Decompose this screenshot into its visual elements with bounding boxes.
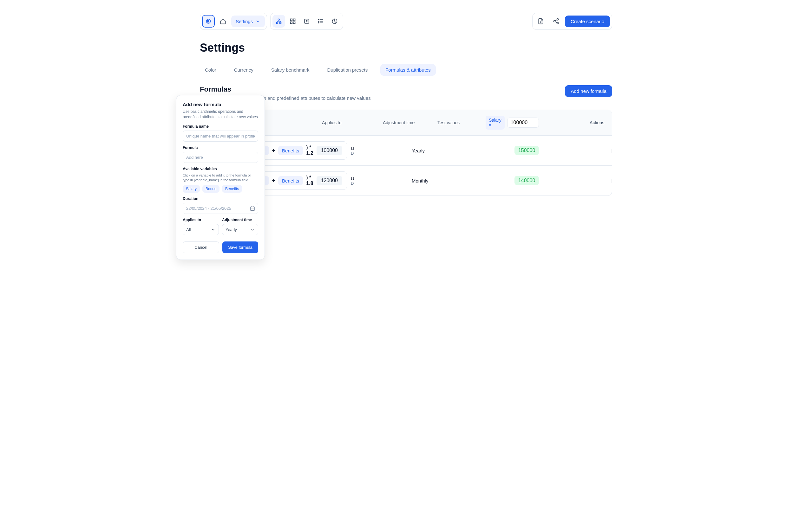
topbar: Settings Create scenario <box>200 13 612 30</box>
tab-currency[interactable]: Currency <box>229 64 258 76</box>
svg-point-14 <box>318 21 319 21</box>
formula-constant: 100000 <box>316 146 342 155</box>
result-badge: 150000 <box>514 146 539 155</box>
var-benefits: Benefits <box>278 146 303 155</box>
th-applies-to: Applies to <box>322 120 379 125</box>
add-formula-modal: Add new formula Use basic arithmetic ope… <box>176 95 265 209</box>
formula-name-label: Formula name <box>183 124 258 129</box>
svg-rect-2 <box>278 19 280 20</box>
duration-label: Duration <box>183 196 258 201</box>
formula-input[interactable] <box>183 152 258 163</box>
settings-label: Settings <box>236 19 253 24</box>
var-chip-salary[interactable]: Salary <box>183 185 200 193</box>
tab-formulas-attributes[interactable]: Formulas & attributes <box>380 64 436 76</box>
chevron-down-icon <box>255 19 260 24</box>
available-vars-label: Available variables <box>183 167 258 171</box>
svg-rect-3 <box>276 22 278 23</box>
svg-rect-8 <box>293 22 295 24</box>
topbar-actions: Create scenario <box>532 13 612 30</box>
svg-rect-6 <box>293 19 295 21</box>
var-chip-bonus[interactable]: Bonus <box>202 185 219 193</box>
calendar-icon <box>250 206 255 209</box>
app-logo[interactable] <box>202 15 215 27</box>
svg-rect-5 <box>291 19 293 21</box>
settings-dropdown[interactable]: Settings <box>231 15 265 27</box>
add-new-formula-button[interactable]: Add new formula <box>565 85 612 97</box>
svg-point-18 <box>554 20 555 22</box>
svg-point-19 <box>557 22 559 24</box>
grid-view-icon[interactable] <box>287 15 299 27</box>
page-title: Settings <box>200 41 612 55</box>
svg-point-17 <box>557 19 559 20</box>
svg-rect-7 <box>291 22 293 24</box>
svg-point-1 <box>206 20 209 22</box>
duration-input[interactable] <box>183 203 258 209</box>
svg-line-21 <box>555 21 557 22</box>
modal-description: Use basic arithmetic operations and pred… <box>183 109 258 120</box>
svg-point-13 <box>318 19 319 20</box>
tree-view-icon[interactable] <box>272 15 285 27</box>
create-scenario-button[interactable]: Create scenario <box>565 15 610 27</box>
download-icon[interactable] <box>535 15 547 27</box>
edit-icon[interactable] <box>610 176 612 185</box>
formula-field-label: Formula <box>183 146 258 150</box>
result-badge: 140000 <box>514 176 539 185</box>
edit-icon[interactable] <box>610 146 612 155</box>
available-vars-hint: Click on a variable to add it to the for… <box>183 173 258 183</box>
tab-salary-benchmark[interactable]: Salary benchmark <box>266 64 315 76</box>
svg-line-20 <box>555 20 557 20</box>
home-icon[interactable] <box>217 15 229 27</box>
svg-rect-4 <box>280 22 281 23</box>
list-view-icon[interactable] <box>314 15 327 27</box>
section-title: Formulas <box>200 85 371 94</box>
var-chip-benefits[interactable]: Benefits <box>222 185 242 193</box>
settings-tabs: Color Currency Salary benchmark Duplicat… <box>200 64 612 76</box>
th-adjustment: Adjustment time <box>383 120 434 125</box>
th-test-values: Test values <box>438 120 482 125</box>
view-toolbar <box>270 13 343 30</box>
salary-label-chip: Salary = <box>486 116 505 130</box>
export-icon[interactable] <box>300 15 313 27</box>
share-icon[interactable] <box>550 15 562 27</box>
tab-duplication-presets[interactable]: Duplication presets <box>322 64 373 76</box>
tab-color[interactable]: Color <box>200 64 221 76</box>
svg-point-15 <box>318 22 319 23</box>
var-benefits: Benefits <box>278 176 303 185</box>
chart-icon[interactable] <box>328 15 341 27</box>
test-salary-input[interactable] <box>507 118 539 128</box>
formula-name-input[interactable] <box>183 130 258 142</box>
modal-title: Add new formula <box>183 102 258 107</box>
th-actions: Actions <box>566 120 604 125</box>
formula-constant: 120000 <box>316 176 342 185</box>
logo-nav-group: Settings <box>200 13 267 30</box>
